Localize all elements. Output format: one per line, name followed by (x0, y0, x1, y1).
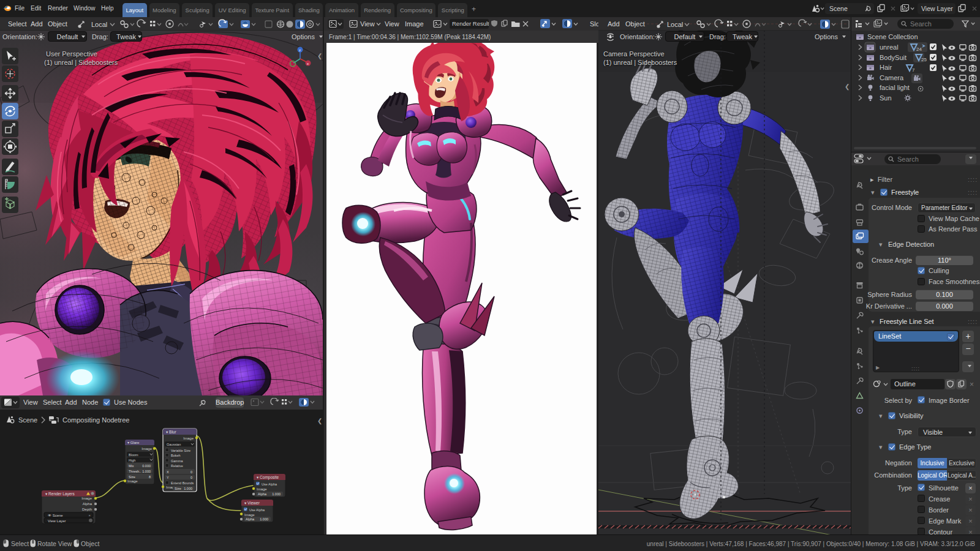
svg-text:1.000: 1.000 (260, 517, 268, 521)
svg-text:1.000: 1.000 (142, 470, 151, 473)
svg-text:BodySuit: BodySuit (880, 54, 907, 61)
svg-text:8: 8 (149, 475, 151, 479)
svg-text:▾ Glare: ▾ Glare (127, 441, 140, 444)
svg-text:24: 24 (916, 47, 922, 52)
svg-text:Image: Image (244, 513, 255, 517)
svg-text:Size: Size (175, 487, 181, 490)
svg-text:×: × (88, 514, 91, 517)
svg-text:Alpha: Alpha (83, 502, 92, 506)
svg-text:X: X (167, 470, 169, 474)
svg-text:0.000: 0.000 (142, 464, 151, 468)
svg-text:unreal: unreal (880, 43, 899, 51)
svg-text:▾ Render Layers: ▾ Render Layers (45, 492, 75, 497)
svg-text:View Layer: View Layer (48, 519, 66, 523)
svg-text:Mix: Mix (129, 464, 134, 468)
svg-text:Image: Image (183, 437, 194, 440)
svg-text:Gamma: Gamma (171, 459, 184, 463)
svg-text:25: 25 (921, 57, 927, 62)
svg-text:Local: Local (667, 21, 683, 28)
svg-text:Image: Image (257, 487, 267, 491)
svg-text:▾ Viewer: ▾ Viewer (244, 501, 260, 505)
svg-text:Relative: Relative (171, 464, 183, 468)
svg-text:Hair: Hair (880, 64, 892, 71)
svg-text:Use Alpha: Use Alpha (262, 482, 277, 486)
svg-text:Bloom: Bloom (129, 453, 138, 457)
svg-text:Compositing Nodetree: Compositing Nodetree (62, 416, 129, 424)
svg-text:👁 Scene: 👁 Scene (48, 514, 63, 517)
svg-text:Slot: Slot (590, 20, 598, 28)
svg-text:Scene: Scene (18, 416, 37, 424)
svg-text:1.000: 1.000 (184, 487, 192, 490)
svg-text:Thresh..: Thresh.. (129, 470, 141, 473)
svg-text:Y: Y (167, 476, 169, 479)
svg-text:Scene Collection: Scene Collection (867, 33, 918, 40)
svg-text:Image: Image (127, 479, 138, 483)
svg-text:x: x (307, 62, 309, 66)
svg-text:facial light: facial light (880, 84, 910, 91)
svg-text:Use Alpha: Use Alpha (249, 508, 265, 512)
svg-text:Bokeh: Bokeh (171, 454, 181, 457)
svg-text:Local: Local (91, 21, 107, 28)
svg-text:▾ Blur: ▾ Blur (166, 430, 176, 434)
svg-text:View: View (360, 20, 375, 28)
svg-text:Extend Bounds: Extend Bounds (171, 481, 194, 485)
svg-text:0: 0 (190, 476, 192, 479)
svg-text:High: High (129, 459, 135, 462)
svg-text:Alpha: Alpha (246, 517, 255, 521)
svg-text:z: z (299, 48, 301, 52)
svg-text:Image: Image (81, 497, 92, 500)
svg-text:Gaussian: Gaussian (167, 443, 181, 446)
svg-text:0: 0 (190, 470, 192, 474)
svg-text:1.000: 1.000 (272, 492, 281, 496)
svg-text:Variable Size: Variable Size (171, 449, 190, 452)
svg-text:Sun: Sun (880, 94, 892, 102)
svg-text:Alpha: Alpha (258, 492, 267, 496)
svg-text:▾ Composite: ▾ Composite (257, 475, 279, 480)
svg-text:Camera: Camera (880, 74, 904, 81)
svg-text:Size: Size (129, 475, 135, 479)
svg-text:Depth: Depth (82, 508, 92, 511)
svg-text:Image: Image (141, 447, 152, 451)
svg-text:7: 7 (912, 67, 915, 73)
